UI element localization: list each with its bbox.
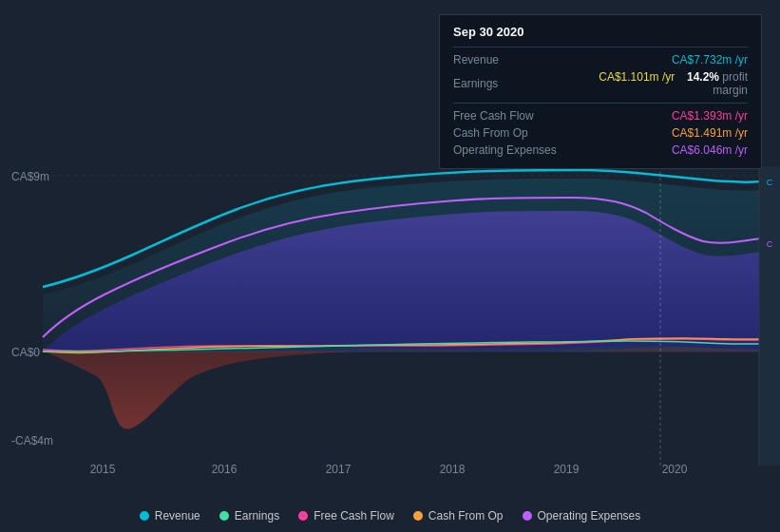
svg-text:CA$0: CA$0 <box>11 346 40 359</box>
legend-opex-label: Operating Expenses <box>538 509 641 522</box>
svg-text:-CA$4m: -CA$4m <box>11 434 53 447</box>
legend-fcf-dot <box>298 511 308 521</box>
tooltip-revenue-label: Revenue <box>453 53 567 66</box>
svg-text:2016: 2016 <box>212 463 238 476</box>
tooltip-cashop-label: Cash From Op <box>453 126 567 140</box>
legend-fcf[interactable]: Free Cash Flow <box>298 509 394 522</box>
svg-text:2019: 2019 <box>554 463 580 476</box>
legend-earnings-label: Earnings <box>235 509 279 522</box>
data-tooltip: Sep 30 2020 Revenue CA$7.732m /yr Earnin… <box>439 14 762 169</box>
tooltip-date: Sep 30 2020 <box>453 25 748 39</box>
svg-rect-4 <box>759 166 780 466</box>
legend-revenue-label: Revenue <box>155 509 200 522</box>
tooltip-revenue-row: Revenue CA$7.732m /yr <box>453 51 748 68</box>
legend-cashop-dot <box>413 511 423 521</box>
svg-text:2015: 2015 <box>90 463 116 476</box>
tooltip-opex-label: Operating Expenses <box>453 143 567 157</box>
legend-revenue[interactable]: Revenue <box>140 509 200 522</box>
svg-text:2017: 2017 <box>326 463 352 476</box>
tooltip-fcf-label: Free Cash Flow <box>453 109 567 123</box>
legend-cashop-label: Cash From Op <box>428 509 504 522</box>
tooltip-cashop-value: CA$1.491m /yr <box>672 126 748 140</box>
tooltip-opex-row: Operating Expenses CA$6.046m /yr <box>453 142 748 159</box>
chart-legend: Revenue Earnings Free Cash Flow Cash Fro… <box>0 509 780 522</box>
svg-text:CA$9m: CA$9m <box>11 170 49 183</box>
legend-earnings-dot <box>219 511 229 521</box>
tooltip-cashop-row: Cash From Op CA$1.491m /yr <box>453 124 748 142</box>
legend-earnings[interactable]: Earnings <box>219 509 279 522</box>
legend-opex[interactable]: Operating Expenses <box>523 509 641 522</box>
legend-opex-dot <box>523 511 532 521</box>
tooltip-opex-value: CA$6.046m /yr <box>672 143 748 157</box>
svg-text:C: C <box>767 239 773 249</box>
legend-revenue-dot <box>140 511 149 521</box>
legend-cashop[interactable]: Cash From Op <box>413 509 504 522</box>
tooltip-earnings-value: CA$1.101m /yr 14.2% profit margin <box>567 70 748 97</box>
tooltip-revenue-value: CA$7.732m /yr <box>672 53 748 66</box>
svg-text:C: C <box>767 178 773 187</box>
svg-text:2020: 2020 <box>662 463 688 476</box>
tooltip-earnings-label: Earnings <box>453 77 567 90</box>
svg-text:2018: 2018 <box>440 463 466 476</box>
tooltip-fcf-row: Free Cash Flow CA$1.393m /yr <box>453 107 748 124</box>
legend-fcf-label: Free Cash Flow <box>314 509 394 522</box>
tooltip-fcf-value: CA$1.393m /yr <box>672 109 748 123</box>
tooltip-earnings-row: Earnings CA$1.101m /yr 14.2% profit marg… <box>453 68 748 99</box>
